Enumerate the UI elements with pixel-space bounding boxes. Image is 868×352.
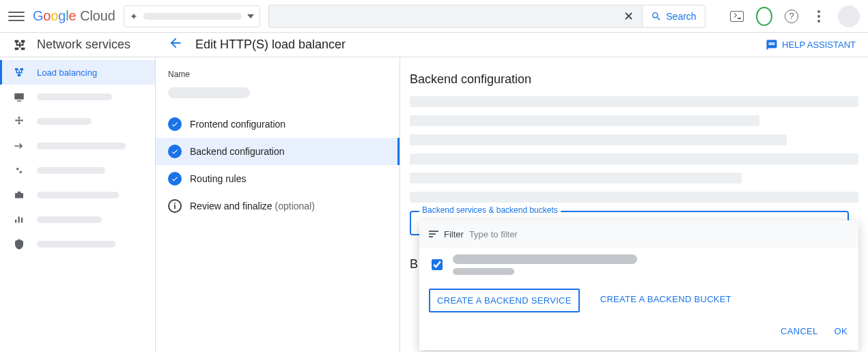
status-ring-icon[interactable] bbox=[756, 8, 772, 25]
sidebar-item[interactable] bbox=[0, 134, 155, 158]
placeholder-bar bbox=[410, 115, 759, 126]
body: Load balancing bbox=[0, 57, 868, 352]
ok-button[interactable]: OK bbox=[835, 322, 848, 340]
search-input-wrap: ✕ bbox=[268, 5, 643, 28]
filter-icon bbox=[429, 231, 438, 237]
project-picker[interactable]: ✦ bbox=[124, 5, 260, 27]
chat-icon bbox=[766, 39, 778, 51]
more-icon[interactable] bbox=[811, 8, 827, 25]
popover-actions: CREATE A BACKEND SERVICE CREATE A BACKEN… bbox=[419, 282, 858, 315]
second-bar: Network services Edit HTTP(S) load balan… bbox=[0, 33, 868, 57]
back-arrow-icon[interactable] bbox=[168, 35, 183, 54]
name-label: Name bbox=[156, 70, 400, 83]
steps-panel: Name Frontend configuration Backend conf… bbox=[156, 57, 400, 352]
google-cloud-logo[interactable]: Google Cloud bbox=[33, 8, 115, 24]
sidebar-item[interactable] bbox=[0, 183, 155, 207]
help-assistant-button[interactable]: HELP ASSISTANT bbox=[766, 39, 868, 51]
monitor-icon bbox=[12, 91, 26, 103]
popover-footer: CANCEL OK bbox=[419, 315, 858, 344]
help-icon[interactable]: ? bbox=[783, 8, 800, 25]
placeholder-bar bbox=[410, 173, 742, 184]
cancel-button[interactable]: CANCEL bbox=[781, 322, 818, 340]
search: ✕ Search bbox=[268, 5, 705, 28]
placeholder-bar bbox=[410, 153, 858, 164]
sidebar-item[interactable] bbox=[0, 207, 155, 232]
backend-option[interactable] bbox=[419, 248, 858, 282]
sidebar-item[interactable] bbox=[0, 158, 155, 183]
sidebar-item[interactable] bbox=[0, 109, 155, 134]
nat-icon bbox=[12, 140, 26, 152]
main-panel: Backend configuration Backend services &… bbox=[400, 57, 868, 352]
load-balancing-icon bbox=[12, 66, 26, 78]
caret-down-icon bbox=[247, 14, 254, 18]
field-label: Backend services & backend buckets bbox=[419, 205, 561, 215]
info-icon: i bbox=[168, 199, 182, 213]
nav-menu-icon[interactable] bbox=[8, 8, 25, 25]
name-value-placeholder bbox=[168, 87, 250, 98]
search-button[interactable]: Search bbox=[643, 5, 705, 28]
project-name-placeholder bbox=[143, 13, 242, 20]
create-backend-service-button[interactable]: CREATE A BACKEND SERVICE bbox=[429, 289, 580, 312]
step-frontend[interactable]: Frontend configuration bbox=[156, 111, 400, 138]
search-icon bbox=[651, 11, 662, 22]
backend-config-heading: Backend configuration bbox=[410, 72, 858, 87]
clear-icon[interactable]: ✕ bbox=[621, 9, 636, 24]
sidebar-item-label: Load balancing bbox=[37, 68, 97, 78]
page-title: Edit HTTP(S) load balancer bbox=[195, 38, 346, 52]
sidebar-item[interactable] bbox=[0, 232, 155, 256]
account-avatar[interactable] bbox=[838, 5, 860, 27]
content: Name Frontend configuration Backend conf… bbox=[156, 57, 868, 352]
top-right-icons: ? bbox=[729, 5, 860, 27]
hidden-heading-partial: B bbox=[410, 257, 418, 272]
cloud-shell-icon[interactable] bbox=[729, 8, 745, 25]
placeholder-bar bbox=[410, 96, 858, 107]
option-sub-placeholder bbox=[453, 268, 514, 275]
move-icon bbox=[12, 115, 26, 128]
step-review[interactable]: i Review and finalize (optional) bbox=[156, 192, 400, 220]
sidebar-item-load-balancing[interactable]: Load balancing bbox=[0, 60, 155, 85]
backend-picker-popover: Filter Type to filter CREATE A BACKEND S… bbox=[419, 220, 858, 350]
filter-row[interactable]: Filter Type to filter bbox=[419, 220, 858, 248]
check-icon bbox=[168, 145, 182, 158]
page-header: Edit HTTP(S) load balancer bbox=[156, 35, 346, 54]
step-routing[interactable]: Routing rules bbox=[156, 165, 400, 192]
shield-icon bbox=[12, 238, 26, 250]
check-icon bbox=[168, 172, 182, 186]
briefcase-icon bbox=[12, 189, 26, 201]
network-services-icon bbox=[12, 38, 27, 53]
backend-option-checkbox[interactable] bbox=[432, 259, 443, 270]
analytics-icon bbox=[12, 214, 26, 226]
placeholder-bar bbox=[410, 134, 787, 145]
connector-icon bbox=[12, 164, 26, 177]
placeholder-bar bbox=[410, 192, 858, 203]
search-input[interactable] bbox=[275, 10, 621, 23]
sidebar: Load balancing bbox=[0, 57, 156, 352]
create-backend-bucket-button[interactable]: CREATE A BACKEND BUCKET bbox=[593, 289, 738, 312]
product-title: Network services bbox=[0, 38, 156, 53]
step-backend[interactable]: Backend configuration bbox=[156, 138, 400, 165]
sidebar-item[interactable] bbox=[0, 85, 155, 109]
option-title-placeholder bbox=[453, 254, 637, 264]
top-bar: Google Cloud ✦ ✕ Search ? bbox=[0, 0, 868, 33]
check-icon bbox=[168, 117, 182, 131]
